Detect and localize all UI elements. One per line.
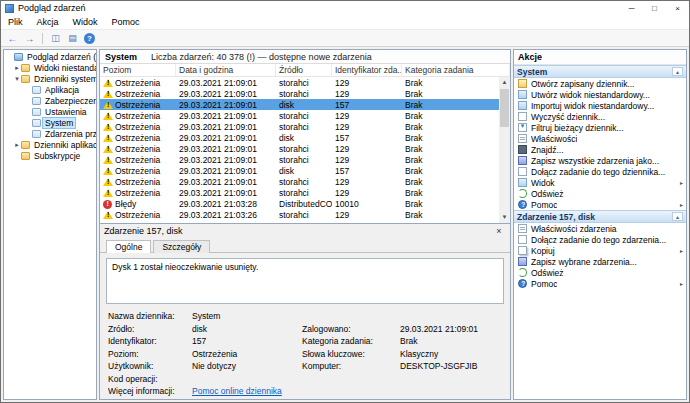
scroll-up-icon[interactable]: ▲ bbox=[502, 77, 508, 88]
tree-item[interactable]: Subskrypcje bbox=[4, 150, 96, 161]
level-cell: Ostrzeżenia bbox=[100, 155, 176, 165]
tree-item[interactable]: ▸ Widoki niestandardowe bbox=[4, 62, 96, 73]
category-cell: Brak bbox=[402, 210, 499, 220]
help-toolbar-icon[interactable]: ? bbox=[84, 33, 95, 44]
preview-tab[interactable]: Ogólne bbox=[106, 240, 151, 253]
level-cell: Ostrzeżenia bbox=[100, 122, 176, 132]
action-item[interactable]: Znajdź... bbox=[514, 144, 686, 155]
action-item[interactable]: Pomoc ▸ bbox=[514, 199, 686, 210]
tree-item[interactable]: Zdarzenia przesyłane dale... bbox=[4, 128, 96, 139]
tree-item[interactable]: ▾ Dzienniki systemu Windows bbox=[4, 73, 96, 84]
minimize-button[interactable]: ─ bbox=[620, 1, 643, 16]
event-row[interactable]: Ostrzeżenia 29.03.2021 21:09:01 storahci… bbox=[100, 154, 499, 165]
back-icon[interactable]: ← bbox=[5, 32, 20, 45]
close-preview-icon[interactable]: × bbox=[492, 226, 506, 236]
level-icon bbox=[103, 122, 113, 132]
tree-item[interactable]: ▸ Dzienniki aplikacji i usług bbox=[4, 139, 96, 150]
actions-section-header-event[interactable]: Zdarzenie 157, disk ▲ bbox=[514, 210, 686, 223]
detail-label: Użytkownik: bbox=[108, 362, 192, 371]
event-row[interactable]: Ostrzeżenia 29.03.2021 21:09:01 storahci… bbox=[100, 121, 499, 132]
event-row[interactable]: Ostrzeżenia 29.03.2021 21:09:01 disk 157… bbox=[100, 132, 499, 143]
action-item[interactable]: Zapisz wszystkie zdarzenia jako... bbox=[514, 155, 686, 166]
action-item[interactable]: Utwórz widok niestandardowy... bbox=[514, 89, 686, 100]
level-cell: Ostrzeżenia bbox=[100, 210, 176, 220]
action-item[interactable]: Wyczyść dziennik... bbox=[514, 111, 686, 122]
level-icon bbox=[103, 111, 113, 121]
collapse-section-icon[interactable]: ▲ bbox=[672, 67, 683, 76]
action-item[interactable]: Kopiuj ▸ bbox=[514, 245, 686, 256]
tree-item[interactable]: Zabezpieczenia bbox=[4, 95, 96, 106]
vertical-scrollbar[interactable]: ▲ ▼ bbox=[499, 77, 510, 223]
event-row[interactable]: Ostrzeżenia 29.03.2021 21:09:01 storahci… bbox=[100, 187, 499, 198]
source-cell: storahci bbox=[276, 188, 332, 198]
event-row[interactable]: Ostrzeżenia 29.03.2021 21:09:01 storahci… bbox=[100, 110, 499, 121]
menu-item[interactable]: Widok bbox=[66, 16, 105, 29]
tree-expander-icon[interactable]: ▾ bbox=[13, 75, 21, 83]
toolbar-separator bbox=[42, 33, 43, 44]
scroll-down-icon[interactable]: ▼ bbox=[502, 212, 508, 223]
action-item[interactable]: Dołącz zadanie do tego dziennika... bbox=[514, 166, 686, 177]
event-row[interactable]: Ostrzeżenia 29.03.2021 21:09:01 storahci… bbox=[100, 176, 499, 187]
event-row[interactable]: Ostrzeżenia 29.03.2021 21:09:01 disk 157… bbox=[100, 99, 499, 110]
column-header[interactable]: Data i godzina bbox=[176, 64, 276, 76]
level-icon bbox=[103, 210, 113, 220]
date-cell: 29.03.2021 21:09:01 bbox=[176, 144, 276, 154]
action-label: Odśwież bbox=[531, 268, 564, 278]
menu-item[interactable]: Akcja bbox=[30, 16, 66, 29]
close-button[interactable]: × bbox=[666, 1, 689, 16]
menu-item[interactable]: Plik bbox=[1, 16, 30, 29]
log-icon bbox=[32, 130, 41, 138]
detail-label bbox=[302, 387, 400, 396]
event-row[interactable]: Ostrzeżenia 29.03.2021 21:09:01 storahci… bbox=[100, 88, 499, 99]
action-item[interactable]: Widok ▸ bbox=[514, 177, 686, 188]
level-label: Ostrzeżenia bbox=[115, 177, 160, 187]
attach-task-icon bbox=[518, 167, 527, 176]
action-item[interactable]: Właściwości zdarzenia bbox=[514, 223, 686, 234]
column-header[interactable]: Kategoria zadania bbox=[402, 64, 510, 76]
level-label: Ostrzeżenia bbox=[115, 144, 160, 154]
event-row[interactable]: Ostrzeżenia 29.03.2021 21:09:01 storahci… bbox=[100, 143, 499, 154]
tree-item[interactable]: Ustawienia bbox=[4, 106, 96, 117]
event-row[interactable]: Ostrzeżenia 29.03.2021 21:03:26 storahci… bbox=[100, 209, 499, 220]
action-item[interactable]: Zapisz wybrane zdarzenia... bbox=[514, 256, 686, 267]
properties-toolbar-icon[interactable]: ▤ bbox=[65, 32, 80, 45]
help-icon bbox=[518, 279, 527, 288]
actions-section-header-system[interactable]: System ▲ bbox=[514, 65, 686, 78]
action-label: Zapisz wybrane zdarzenia... bbox=[531, 257, 637, 267]
tree-item[interactable]: Podgląd zdarzeń (Lokalny) bbox=[4, 51, 96, 62]
category-cell: Brak bbox=[402, 144, 499, 154]
column-header[interactable]: Poziom bbox=[100, 64, 176, 76]
source-cell: storahci bbox=[276, 144, 332, 154]
tree-expander-icon[interactable]: ▸ bbox=[13, 64, 21, 72]
forward-icon[interactable]: → bbox=[22, 32, 37, 45]
scrollbar-thumb[interactable] bbox=[500, 89, 509, 127]
detail-label: Nazwa dziennika: bbox=[108, 312, 192, 321]
menu-item[interactable]: Pomoc bbox=[105, 16, 147, 29]
console-tree-toggle-icon[interactable]: ◫ bbox=[48, 32, 63, 45]
action-item[interactable]: Dołącz zadanie do tego zdarzenia... bbox=[514, 234, 686, 245]
action-item[interactable]: Otwórz zapisany dziennik... bbox=[514, 78, 686, 89]
event-row[interactable]: Ostrzeżenia 29.03.2021 21:09:01 storahci… bbox=[100, 77, 499, 88]
preview-header: Zdarzenie 157, disk × bbox=[100, 224, 510, 238]
action-item[interactable]: Importuj widok niestandardowy... bbox=[514, 100, 686, 111]
event-row[interactable]: Błędy 29.03.2021 21:03:28 DistributedCOM… bbox=[100, 198, 499, 209]
action-item[interactable]: Odśwież bbox=[514, 188, 686, 199]
action-item[interactable]: Odśwież bbox=[514, 267, 686, 278]
log-online-help-link[interactable]: Pomoc online dziennika bbox=[192, 387, 302, 396]
column-header[interactable]: Źródło bbox=[276, 64, 332, 76]
event-row[interactable]: Ostrzeżenia 29.03.2021 21:09:01 disk 157… bbox=[100, 165, 499, 176]
tree-item[interactable]: System bbox=[4, 117, 96, 128]
tree-expander-icon[interactable]: ▸ bbox=[13, 141, 21, 149]
maximize-button[interactable]: □ bbox=[643, 1, 666, 16]
column-header[interactable]: Identyfikator zda... bbox=[332, 64, 402, 76]
detail-label bbox=[302, 375, 400, 384]
tree-item[interactable]: Aplikacja bbox=[4, 84, 96, 95]
preview-tab[interactable]: Szczegóły bbox=[153, 240, 210, 253]
action-item[interactable]: Filtruj bieżący dziennik... bbox=[514, 122, 686, 133]
collapse-section-icon[interactable]: ▲ bbox=[672, 212, 683, 221]
action-item[interactable]: Pomoc ▸ bbox=[514, 278, 686, 289]
category-cell: Brak bbox=[402, 89, 499, 99]
action-item[interactable]: Właściwości bbox=[514, 133, 686, 144]
level-cell: Ostrzeżenia bbox=[100, 188, 176, 198]
main-area: Podgląd zdarzeń (Lokalny) ▸ Widoki niest… bbox=[1, 47, 689, 402]
